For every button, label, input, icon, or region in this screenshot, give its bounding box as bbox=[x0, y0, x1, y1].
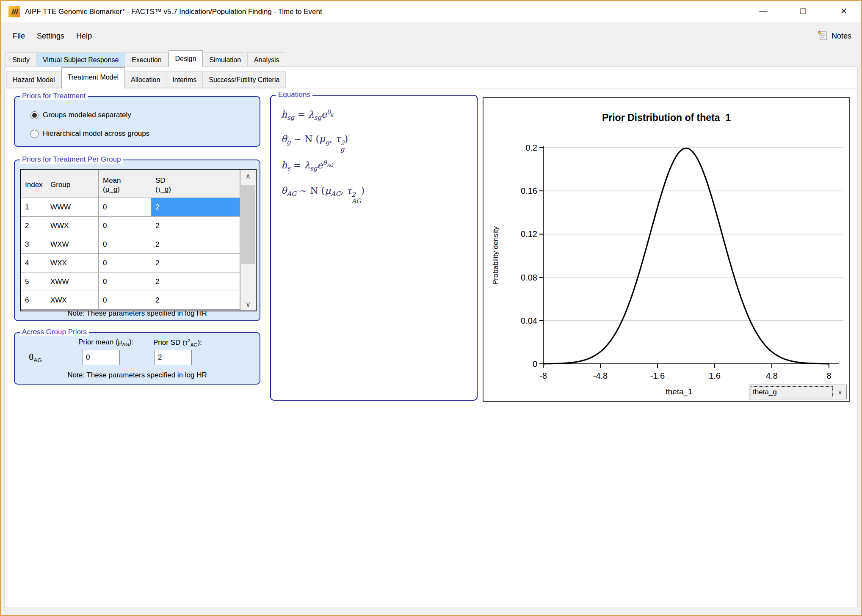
tab-virtual-subject-response[interactable]: Virtual Subject Response bbox=[36, 52, 125, 67]
radio-button[interactable] bbox=[30, 111, 39, 119]
scrollbar-thumb[interactable] bbox=[241, 185, 255, 264]
window-title: AIPF TTE Genomic Biomarker* - FACTS™ v5.… bbox=[25, 1, 322, 22]
menu-help[interactable]: Help bbox=[70, 32, 98, 41]
subtab-treatment-model[interactable]: Treatment Model bbox=[61, 67, 125, 88]
svg-text:0.2: 0.2 bbox=[525, 143, 537, 152]
prior-mean-label: Prior mean (μAG): bbox=[78, 338, 133, 347]
title-bar: AIPF TTE Genomic Biomarker* - FACTS™ v5.… bbox=[1, 1, 861, 22]
table-cell[interactable]: 0 bbox=[99, 217, 151, 235]
column-header-mean[interactable]: Mean(μ_g) bbox=[99, 170, 151, 198]
menu-settings[interactable]: Settings bbox=[31, 32, 70, 41]
column-header-index[interactable]: Index bbox=[21, 170, 46, 198]
table-cell[interactable]: 2 bbox=[151, 272, 240, 291]
tab-execution[interactable]: Execution bbox=[125, 52, 168, 67]
table-cell[interactable]: 2 bbox=[151, 291, 240, 309]
radio-option-groups-modeled-separately[interactable]: Groups modeled separately bbox=[30, 109, 131, 121]
main-tab-strip: StudyVirtual Subject ResponseExecutionDe… bbox=[6, 50, 286, 67]
table-cell-selected[interactable]: 2 bbox=[151, 198, 240, 216]
table-cell[interactable]: 6 bbox=[21, 291, 46, 309]
prior-distribution-panel: 00.040.080.120.160.2-8-4.8-1.61.64.88Pri… bbox=[483, 97, 850, 402]
minimize-button[interactable]: — bbox=[751, 1, 775, 21]
radio-option-hierarchical-model-across-groups[interactable]: Hierarchical model across groups bbox=[30, 127, 149, 140]
tab-study[interactable]: Study bbox=[6, 52, 36, 67]
prior-sd-input[interactable] bbox=[155, 350, 192, 365]
priors-for-treatment-groupbox: Priors for Treatment Groups modeled sepa… bbox=[14, 96, 260, 147]
svg-text:-8: -8 bbox=[539, 371, 547, 380]
notes-button[interactable]: Notes bbox=[818, 22, 851, 50]
close-icon: ✕ bbox=[840, 6, 848, 16]
facts-app-icon bbox=[8, 6, 20, 17]
table-row: 2WWX02 bbox=[21, 217, 240, 235]
equation-2: θg ~ N (μg, τ2g) bbox=[281, 134, 348, 152]
table-row: 1WWW02 bbox=[21, 198, 240, 217]
per-group-note: Note: These parameters specified in log … bbox=[15, 309, 260, 318]
table-scrollbar[interactable]: ∧ ∨ bbox=[240, 170, 256, 311]
treatment-model-content: Priors for Treatment Groups modeled sepa… bbox=[5, 88, 857, 608]
theta-selector-value: theta_g bbox=[751, 386, 833, 398]
table-cell[interactable]: WWW bbox=[46, 198, 99, 216]
table-cell[interactable]: 2 bbox=[21, 217, 46, 235]
theta-selector-dropdown[interactable]: theta_g ∨ bbox=[749, 385, 847, 399]
equation-4: θAG ~ N (μAG, τ2AG) bbox=[281, 185, 365, 204]
svg-text:-4.8: -4.8 bbox=[593, 371, 608, 380]
table-cell[interactable]: 3 bbox=[21, 235, 46, 253]
svg-text:1.6: 1.6 bbox=[709, 371, 721, 380]
scroll-up-button[interactable]: ∧ bbox=[240, 170, 256, 182]
table-row: 3WXW02 bbox=[21, 235, 240, 254]
table-cell[interactable]: XWW bbox=[46, 272, 99, 291]
tab-design[interactable]: Design bbox=[169, 50, 203, 67]
close-button[interactable]: ✕ bbox=[832, 1, 856, 21]
maximize-icon: □ bbox=[800, 6, 806, 16]
table-cell[interactable]: WXW bbox=[46, 235, 99, 253]
equation-3: hs = λsgeθAG bbox=[281, 159, 333, 172]
svg-text:theta_1: theta_1 bbox=[666, 387, 692, 396]
table-cell[interactable]: 2 bbox=[151, 254, 240, 272]
radio-button[interactable] bbox=[30, 130, 39, 138]
prior-mean-input[interactable] bbox=[83, 350, 120, 365]
minimize-icon: — bbox=[760, 6, 768, 15]
table-row: 6XWX02 bbox=[21, 291, 240, 310]
svg-text:8: 8 bbox=[826, 371, 831, 380]
subtab-allocation[interactable]: Allocation bbox=[125, 71, 166, 88]
menu-file[interactable]: File bbox=[7, 32, 31, 41]
table-cell[interactable]: 1 bbox=[21, 198, 46, 216]
equation-1: hsg = λsgeθg bbox=[281, 108, 334, 121]
column-header-group[interactable]: Group bbox=[46, 170, 99, 198]
column-header-sd[interactable]: SD(τ_g) bbox=[151, 170, 240, 198]
prior-sd-label: Prior SD (τ2AG): bbox=[153, 338, 202, 347]
table-cell[interactable]: 0 bbox=[99, 254, 151, 272]
priors-for-treatment-legend: Priors for Treatment bbox=[20, 92, 88, 100]
table-row: 5XWW02 bbox=[21, 272, 240, 291]
tab-simulation[interactable]: Simulation bbox=[203, 52, 248, 67]
equations-groupbox: Equations hsg = λsgeθgθg ~ N (μg, τ2g)hs… bbox=[270, 95, 478, 401]
tab-analysis[interactable]: Analysis bbox=[248, 52, 286, 67]
notes-icon bbox=[818, 30, 829, 43]
scroll-down-button[interactable]: ∨ bbox=[240, 298, 256, 311]
chevron-down-icon: ∨ bbox=[834, 388, 846, 396]
priors-per-group-legend: Priors for Treatment Per Group bbox=[20, 155, 123, 164]
table-cell[interactable]: 5 bbox=[21, 272, 46, 291]
priors-table: IndexGroupMean(μ_g)SD(τ_g) 1WWW022WWX023… bbox=[20, 169, 257, 311]
svg-text:Prior Distribution of theta_1: Prior Distribution of theta_1 bbox=[602, 112, 731, 123]
table-cell[interactable]: XWX bbox=[46, 291, 99, 309]
subtab-interims[interactable]: Interims bbox=[166, 71, 203, 88]
subtab-success-futility-criteria[interactable]: Success/Futility Criteria bbox=[203, 71, 286, 88]
table-cell[interactable]: 0 bbox=[99, 198, 151, 216]
table-cell[interactable]: 4 bbox=[21, 254, 46, 272]
radio-label: Hierarchical model across groups bbox=[43, 129, 149, 138]
table-cell[interactable]: 0 bbox=[99, 291, 151, 309]
table-cell[interactable]: 0 bbox=[99, 272, 151, 291]
table-cell[interactable]: 0 bbox=[99, 235, 151, 253]
table-cell[interactable]: 2 bbox=[151, 235, 240, 253]
across-group-priors-legend: Across Group Priors bbox=[20, 328, 89, 336]
maximize-button[interactable]: □ bbox=[791, 1, 815, 21]
radio-label: Groups modeled separately bbox=[43, 111, 131, 119]
table-cell[interactable]: WWX bbox=[46, 217, 99, 235]
theta-ag-label: θAG bbox=[29, 352, 42, 363]
table-cell[interactable]: WXX bbox=[46, 254, 99, 272]
subtab-hazard-model[interactable]: Hazard Model bbox=[6, 71, 61, 88]
svg-text:-1.6: -1.6 bbox=[650, 371, 665, 380]
table-cell[interactable]: 2 bbox=[151, 217, 240, 235]
menu-bar: FileSettingsHelp Notes bbox=[1, 22, 861, 50]
svg-text:0: 0 bbox=[533, 359, 537, 368]
